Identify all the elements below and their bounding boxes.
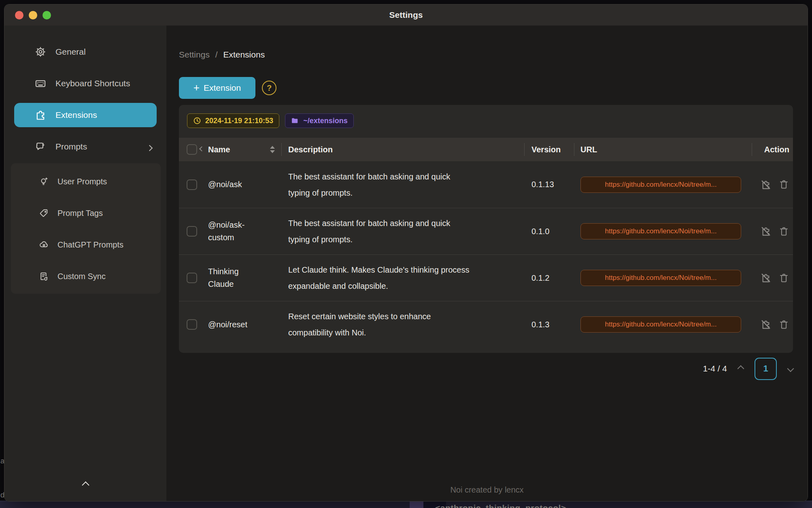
disable-extension-icon[interactable]	[760, 226, 772, 237]
extension-name: @noi/ask-custom	[208, 219, 256, 244]
sidebar-item-label: General	[55, 47, 86, 57]
column-header-description: Description	[281, 138, 524, 161]
pagination: 1-4 / 4 1	[179, 357, 793, 380]
sidebar-item-label: ChatGPT Prompts	[57, 240, 123, 250]
zoom-button[interactable]	[43, 11, 51, 19]
disable-extension-icon[interactable]	[760, 179, 772, 190]
table-row: @noi/ask-custom The best assistant for b…	[179, 208, 793, 254]
traffic-lights	[15, 4, 51, 26]
background-block	[410, 501, 423, 508]
extension-name: @noi/reset	[208, 318, 256, 331]
disable-extension-icon[interactable]	[760, 319, 772, 330]
extension-version: 0.1.13	[524, 161, 574, 208]
close-button[interactable]	[15, 11, 23, 19]
sidebar-item-general[interactable]: General	[14, 40, 157, 64]
sidebar-item-label: User Prompts	[57, 177, 107, 186]
table-row: ThinkingClaude Let Claude think. Makes C…	[179, 254, 793, 301]
prompt-chat-icon	[34, 141, 47, 153]
row-checkbox[interactable]	[187, 179, 197, 190]
pagination-range: 1-4 / 4	[703, 364, 727, 374]
delete-extension-icon[interactable]	[778, 272, 789, 284]
chevron-left-icon	[82, 481, 89, 489]
pagination-prev-button[interactable]	[738, 366, 743, 371]
sidebar-collapse-button[interactable]	[77, 476, 94, 494]
help-icon[interactable]: ?	[262, 81, 276, 95]
delete-extension-icon[interactable]	[778, 226, 789, 237]
extension-url-link[interactable]: https://github.com/lencx/Noi/tree/m...	[580, 316, 741, 333]
select-all-checkbox[interactable]	[187, 144, 197, 155]
breadcrumb-settings-link[interactable]: Settings	[179, 50, 210, 59]
minimize-button[interactable]	[29, 11, 37, 19]
column-header-version: Version	[524, 138, 574, 161]
sidebar-item-label: Prompt Tags	[57, 209, 103, 218]
main-content: Settings / Extensions + Extension ? 2024…	[166, 26, 808, 501]
folder-icon	[291, 117, 299, 125]
lightbulb-icon	[38, 176, 49, 187]
pagination-page-1[interactable]: 1	[755, 358, 777, 380]
sort-toggle[interactable]	[270, 146, 275, 153]
extension-version: 0.1.0	[524, 208, 574, 254]
extension-url-link[interactable]: https://github.com/lencx/Noi/tree/m...	[580, 223, 741, 239]
column-header-url: URL	[574, 138, 752, 161]
extension-description: The best assistant for batch asking and …	[288, 215, 450, 248]
sidebar-item-prompt-tags[interactable]: Prompt Tags	[14, 201, 157, 225]
chevron-down-icon[interactable]	[199, 146, 204, 152]
chevron-right-icon	[787, 365, 794, 372]
sidebar-item-prompts[interactable]: Prompts	[14, 134, 157, 159]
extension-name: @noi/ask	[208, 178, 256, 191]
delete-extension-icon[interactable]	[778, 319, 789, 330]
delete-extension-icon[interactable]	[778, 179, 789, 190]
gear-icon	[34, 46, 47, 58]
pagination-next-button[interactable]	[788, 366, 793, 371]
table-header: Name Description Version	[179, 138, 793, 161]
tag-icon	[38, 208, 49, 219]
disable-extension-icon[interactable]	[760, 272, 772, 284]
row-checkbox[interactable]	[187, 319, 197, 330]
titlebar: Settings	[4, 4, 808, 26]
doc-sync-icon	[38, 271, 49, 282]
sidebar-item-label: Custom Sync	[57, 272, 106, 281]
settings-window: Settings General	[4, 4, 808, 502]
timestamp-badge: 2024-11-19 21:10:53	[187, 113, 279, 128]
sidebar-item-label: Prompts	[55, 142, 87, 152]
chevron-up-icon	[147, 145, 153, 151]
add-extension-button[interactable]: + Extension	[179, 77, 255, 99]
sidebar-item-label: Extensions	[55, 110, 97, 120]
breadcrumb: Settings / Extensions	[179, 50, 265, 60]
cloud-icon	[38, 239, 49, 250]
table-row: @noi/ask The best assistant for batch as…	[179, 161, 793, 208]
extension-url-link[interactable]: https://github.com/lencx/Noi/tree/m...	[580, 177, 741, 193]
sidebar-item-chatgpt-prompts[interactable]: ChatGPT Prompts	[14, 233, 157, 257]
extension-name: ThinkingClaude	[208, 265, 256, 290]
row-checkbox[interactable]	[187, 273, 197, 283]
extension-description: Let Claude think. Makes Claude's thinkin…	[288, 262, 469, 294]
extension-version: 0.1.3	[524, 301, 574, 348]
sidebar-item-keyboard-shortcuts[interactable]: Keyboard Shortcuts	[14, 71, 157, 96]
extensions-card: 2024-11-19 21:10:53 ~/extensions	[179, 105, 793, 353]
background-window-strip: <anthropic_thinking_protocol>	[0, 501, 812, 508]
sidebar-item-user-prompts[interactable]: User Prompts	[14, 169, 157, 194]
puzzle-icon	[34, 109, 47, 121]
add-extension-label: Extension	[204, 83, 241, 93]
extensions-path-badge[interactable]: ~/extensions	[285, 113, 354, 128]
breadcrumb-current: Extensions	[223, 50, 265, 59]
keyboard-icon	[34, 77, 47, 90]
column-header-name: Name	[208, 145, 230, 154]
sidebar-item-custom-sync[interactable]: Custom Sync	[14, 264, 157, 288]
clock-icon	[193, 117, 201, 125]
background-text-fragment: <anthropic_thinking_protocol>	[435, 503, 566, 508]
badge-row: 2024-11-19 21:10:53 ~/extensions	[187, 113, 354, 128]
extension-description: The best assistant for batch asking and …	[288, 169, 450, 201]
sidebar-item-label: Keyboard Shortcuts	[55, 79, 130, 88]
sort-desc-icon	[270, 150, 275, 153]
chevron-left-icon	[738, 365, 744, 372]
window-title: Settings	[389, 10, 423, 20]
extension-url-link[interactable]: https://github.com/lencx/Noi/tree/m...	[580, 270, 741, 286]
breadcrumb-separator: /	[215, 50, 218, 59]
sidebar-item-extensions[interactable]: Extensions	[14, 103, 157, 127]
extension-version: 0.1.2	[524, 255, 574, 301]
row-checkbox[interactable]	[187, 226, 197, 237]
extensions-table: Name Description Version	[179, 138, 793, 348]
sidebar: General Keyboard Shortcuts Extensio	[4, 26, 166, 501]
sort-asc-icon	[270, 146, 275, 149]
